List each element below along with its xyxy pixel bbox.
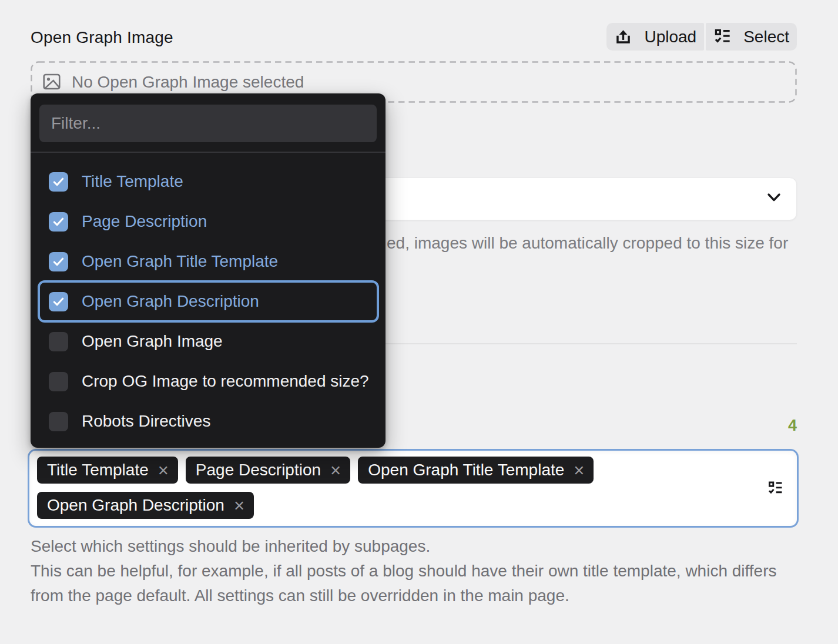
option-page-description[interactable]: Page Description [31, 202, 386, 242]
checkbox-unchecked-icon[interactable] [49, 412, 68, 431]
tag-title-template: Title Template × [37, 457, 178, 484]
option-open-graph-title-template[interactable]: Open Graph Title Template [31, 242, 386, 281]
option-label: Robots Directives [82, 412, 210, 431]
filter-input[interactable] [39, 105, 377, 142]
option-open-graph-description[interactable]: Open Graph Description [31, 281, 386, 321]
dropdown-divider [31, 152, 386, 153]
og-image-empty-text: No Open Graph Image selected [72, 73, 304, 92]
size-help-text: ed, images will be automatically cropped… [387, 234, 788, 253]
option-label: Crop OG Image to recommended size? [82, 372, 369, 391]
help-line: Select which settings should be inherite… [31, 534, 777, 559]
upload-icon [614, 28, 632, 46]
checklist-icon [713, 28, 732, 46]
checkbox-checked-icon[interactable] [49, 292, 68, 311]
tag-label: Open Graph Title Template [368, 461, 564, 479]
og-image-actions: Upload Select [606, 23, 797, 51]
option-label: Page Description [82, 212, 207, 231]
checkbox-unchecked-icon[interactable] [49, 372, 68, 391]
chevron-down-icon [767, 193, 781, 204]
checklist-icon [767, 480, 784, 499]
option-crop-og-image[interactable]: Crop OG Image to recommended size? [31, 361, 386, 401]
seo-settings-page: Open Graph Image Upload Select [0, 0, 838, 644]
dropdown-options: Title Template Page Description Open Gra… [31, 162, 386, 441]
upload-button-label: Upload [644, 28, 696, 46]
upload-button[interactable]: Upload [606, 23, 704, 51]
remove-tag-icon[interactable]: × [330, 461, 341, 479]
inherit-settings-multiselect[interactable]: Title Template × Page Description × Open… [28, 449, 799, 528]
tag-label: Page Description [196, 461, 321, 479]
checkbox-checked-icon[interactable] [49, 212, 68, 232]
option-label: Title Template [82, 172, 183, 191]
option-open-graph-image[interactable]: Open Graph Image [31, 321, 386, 361]
select-button[interactable]: Select [706, 23, 797, 51]
option-title-template[interactable]: Title Template [31, 162, 386, 202]
selected-tags: Title Template × Page Description × Open… [37, 457, 744, 519]
checkbox-unchecked-icon[interactable] [49, 332, 68, 351]
inherit-help-text: Select which settings should be inherite… [31, 534, 777, 608]
field-label-open-graph-image: Open Graph Image [31, 28, 173, 47]
select-button-label: Select [743, 28, 789, 46]
help-line: from the page default. All settings can … [31, 583, 777, 608]
help-line: This can be helpful, for example, if all… [31, 559, 777, 583]
tag-open-graph-description: Open Graph Description × [37, 492, 254, 519]
tag-open-graph-title-template: Open Graph Title Template × [358, 457, 594, 484]
option-robots-directives[interactable]: Robots Directives [31, 401, 386, 441]
tag-page-description: Page Description × [186, 457, 350, 484]
checkbox-checked-icon[interactable] [49, 172, 68, 192]
checkbox-checked-icon[interactable] [49, 252, 68, 271]
remove-tag-icon[interactable]: × [158, 461, 169, 479]
option-label: Open Graph Description [82, 292, 259, 311]
inherit-settings-dropdown: Title Template Page Description Open Gra… [31, 93, 386, 448]
option-label: Open Graph Image [82, 332, 223, 351]
remove-tag-icon[interactable]: × [574, 461, 584, 479]
option-label: Open Graph Title Template [82, 252, 278, 271]
image-icon [43, 73, 61, 92]
selected-count-badge: 4 [788, 417, 797, 435]
tag-label: Title Template [47, 461, 149, 479]
tag-label: Open Graph Description [47, 496, 224, 515]
remove-tag-icon[interactable]: × [234, 497, 244, 515]
